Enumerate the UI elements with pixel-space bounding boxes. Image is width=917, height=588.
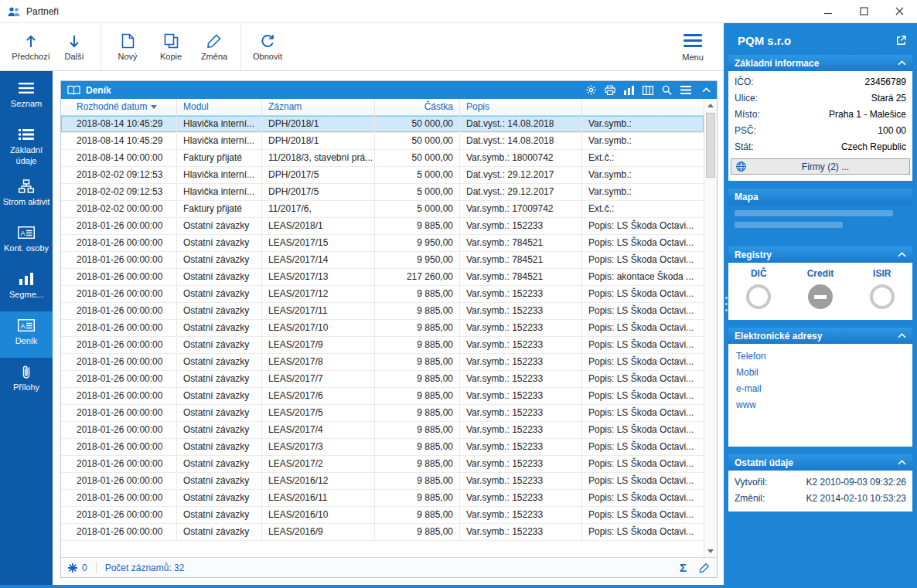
table-row[interactable]: 2018-01-26 00:00:00 Ostatní závazky LEAS… [61, 473, 704, 490]
link-telefon[interactable]: Telefon [736, 351, 905, 362]
registry-item-label: Credit [807, 268, 834, 279]
table-row[interactable]: 2018-02-02 09:12:53 Hlavička interní... … [61, 167, 704, 184]
cell-popis: Var.symb.: 152233 [460, 439, 582, 455]
cell-castka: 50 000,00 [375, 133, 460, 149]
section-header-eaddresses[interactable]: Elektronické adresy [728, 328, 912, 344]
cell-popis: Var.symb.: 784521 [460, 252, 582, 268]
section-header-other[interactable]: Ostatní údaje [728, 454, 912, 471]
print-icon[interactable] [605, 85, 615, 95]
cell-castka: 9 885,00 [375, 456, 460, 472]
cell-rozhodne-datum: 2018-01-26 00:00:00 [61, 439, 177, 455]
registry-item-isir[interactable]: ISIR [870, 268, 895, 309]
section-header-registry[interactable]: Registry [728, 246, 912, 263]
table-row[interactable]: 2018-01-26 00:00:00 Ostatní závazky LEAS… [61, 337, 704, 354]
section-header-map[interactable]: Mapa [728, 189, 912, 205]
table-row[interactable]: 2018-01-26 00:00:00 Ostatní závazky LEAS… [61, 388, 704, 405]
toolbar-button-novy[interactable]: Nový [106, 32, 149, 61]
partner-info-panel: PQM s.r.o Základní informace IČO: 234567… [724, 23, 917, 585]
cell-zaznam: LEAS/2018/1 [262, 218, 375, 234]
table-row[interactable]: 2018-08-14 10:45:29 Hlavička interní... … [61, 133, 704, 150]
scroll-up-button[interactable] [704, 99, 717, 111]
column-header-modul[interactable]: Modul [177, 99, 262, 115]
settings-icon[interactable] [586, 85, 596, 95]
link-e-mail[interactable]: e-mail [736, 383, 905, 394]
table-row[interactable]: 2018-01-26 00:00:00 Ostatní závazky LEAS… [61, 405, 704, 422]
cell-castka: 9 950,00 [375, 252, 460, 268]
scrollbar-thumb[interactable] [706, 113, 715, 178]
cell-popis-2: Popis: LS Škoda Octavi... [582, 320, 704, 336]
toolbar-button-predchozi[interactable]: Předchozí [9, 32, 53, 61]
table-row[interactable]: 2018-08-14 10:45:29 Hlavička interní... … [61, 116, 704, 133]
cell-modul: Ostatní závazky [177, 524, 262, 540]
table-row[interactable]: 2018-02-02 00:00:00 Faktury přijaté 11/2… [61, 201, 704, 218]
table-row[interactable]: 2018-01-26 00:00:00 Ostatní závazky LEAS… [61, 456, 704, 473]
sidebar-item-strom-aktivit[interactable]: Strom aktivit [0, 172, 53, 219]
section-header-basic[interactable]: Základní informace [728, 55, 912, 71]
close-button[interactable] [881, 0, 917, 22]
menu-button[interactable]: Menu [673, 23, 713, 70]
table-row[interactable]: 2018-01-26 00:00:00 Ostatní závazky LEAS… [61, 286, 704, 303]
table-row[interactable]: 2018-01-26 00:00:00 Ostatní závazky LEAS… [61, 235, 704, 252]
cell-zaznam: LEAS/2017/3 [262, 439, 375, 455]
sidebar-item-zakladni-udaje[interactable]: Základní údaje [0, 121, 53, 172]
sidebar-item-prilohy[interactable]: Přílohy [0, 358, 53, 404]
edit-note-icon[interactable] [699, 563, 710, 573]
column-header-popis[interactable]: Popis [460, 99, 582, 115]
collapse-icon[interactable] [702, 87, 711, 93]
columns-icon[interactable] [643, 86, 653, 95]
search-settings-icon[interactable] [662, 85, 672, 95]
registry-item-credit[interactable]: Credit [807, 268, 834, 309]
hamburger-icon[interactable] [680, 86, 691, 94]
link-mobil[interactable]: Mobil [736, 367, 905, 378]
sidebar-item-segme[interactable]: Segme... [0, 265, 53, 311]
sum-icon[interactable]: Σ [680, 562, 687, 573]
content-row: Seznam Základní údaje Strom aktivit A Ko… [0, 71, 724, 585]
sidebar-item-kont-osoby[interactable]: A Kont. osoby [0, 219, 53, 265]
cell-popis-2: Popis: LS Škoda Octavi... [582, 388, 704, 404]
status-right: Σ [680, 562, 710, 573]
table-row[interactable]: 2018-01-26 00:00:00 Ostatní závazky LEAS… [61, 371, 704, 388]
table-row[interactable]: 2018-01-26 00:00:00 Ostatní závazky LEAS… [61, 524, 704, 541]
table-row[interactable]: 2018-01-26 00:00:00 Ostatní závazky LEAS… [61, 422, 704, 439]
table-row[interactable]: 2018-02-02 09:12:53 Hlavička interní... … [61, 184, 704, 201]
chevron-up-icon [898, 460, 906, 465]
maximize-button[interactable] [846, 0, 881, 22]
toolbar-button-dalsi[interactable]: Další [53, 32, 96, 61]
toolbar-button-kopie[interactable]: Kopie [149, 32, 193, 61]
cell-popis: Var.symb.: 784521 [460, 235, 582, 251]
panel-splitter[interactable] [724, 23, 729, 585]
toolbar-button-zmena[interactable]: Změna [193, 32, 236, 61]
link-www[interactable]: www [736, 399, 905, 410]
scroll-down-button[interactable] [704, 545, 717, 557]
table-row[interactable]: 2018-01-26 00:00:00 Ostatní závazky LEAS… [61, 218, 704, 235]
column-header-rozhodne-datum[interactable]: Rozhodné datum [61, 99, 177, 115]
cell-zaznam: LEAS/2017/10 [262, 320, 375, 336]
chart-icon[interactable] [624, 86, 634, 95]
table-row[interactable]: 2018-01-26 00:00:00 Ostatní závazky LEAS… [61, 303, 704, 320]
table-row[interactable]: 2018-01-26 00:00:00 Ostatní závazky LEAS… [61, 269, 704, 286]
registry-item-dic[interactable]: DIČ [746, 268, 771, 309]
table-row[interactable]: 2018-01-26 00:00:00 Ostatní závazky LEAS… [61, 252, 704, 269]
cell-modul: Ostatní závazky [177, 269, 262, 285]
column-header-zaznam[interactable]: Záznam [262, 99, 375, 115]
vertical-scrollbar[interactable] [704, 99, 717, 557]
table-row[interactable]: 2018-01-26 00:00:00 Ostatní závazky LEAS… [61, 490, 704, 507]
table-row[interactable]: 2018-01-26 00:00:00 Ostatní závazky LEAS… [61, 320, 704, 337]
table-row[interactable]: 2018-01-26 00:00:00 Ostatní závazky LEAS… [61, 439, 704, 456]
cell-castka: 9 885,00 [375, 303, 460, 319]
column-header-col-5[interactable] [582, 99, 704, 115]
work-area: Deník Rozhodné datumModulZáznamČástkaPop… [53, 71, 724, 585]
sidebar-item-seznam[interactable]: Seznam [0, 74, 53, 121]
column-header-label: Částka [424, 99, 453, 115]
sidebar-item-denik[interactable]: A Deník [0, 311, 53, 358]
minimize-button[interactable] [810, 0, 846, 22]
map-placeholder-line [735, 210, 893, 216]
table-row[interactable]: 2018-01-26 00:00:00 Ostatní závazky LEAS… [61, 507, 704, 524]
column-header-castka[interactable]: Částka [375, 99, 460, 115]
cell-rozhodne-datum: 2018-01-26 00:00:00 [61, 252, 177, 268]
companies-button[interactable]: Firmy (2) ... [731, 158, 910, 175]
table-row[interactable]: 2018-01-26 00:00:00 Ostatní závazky LEAS… [61, 354, 704, 371]
table-row[interactable]: 2018-08-14 00:00:00 Faktury přijaté 11/2… [61, 150, 704, 167]
popout-icon[interactable] [896, 36, 906, 46]
toolbar-button-obnovit[interactable]: Obnovit [246, 32, 289, 61]
